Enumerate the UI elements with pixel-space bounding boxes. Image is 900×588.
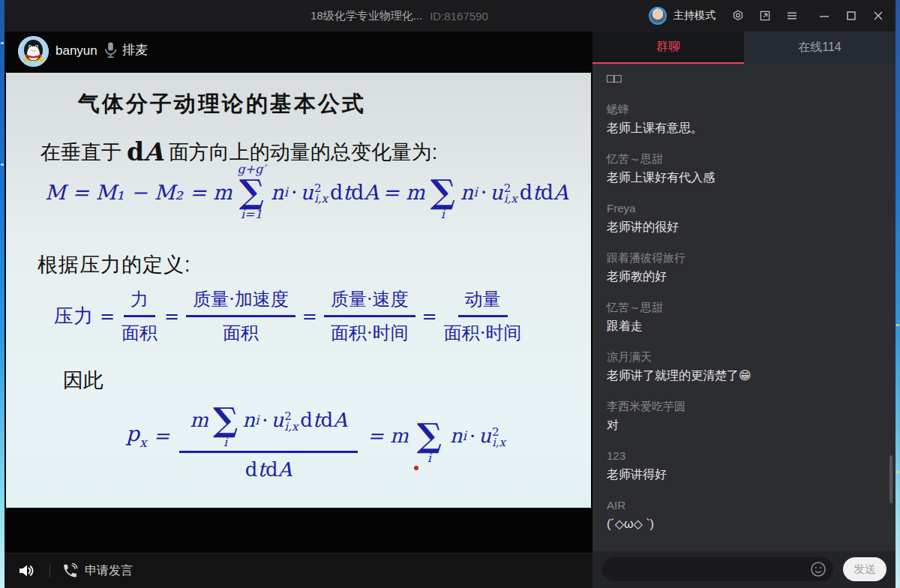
fraction: 质量·加速度面积 — [186, 287, 296, 345]
popout-icon — [758, 9, 772, 22]
chat-scrollbar-thumb[interactable] — [890, 455, 892, 503]
message-username: cic — [607, 64, 890, 68]
speaker-icon — [17, 561, 37, 580]
slide-title: 气体分子动理论的基本公式 — [78, 89, 366, 119]
app-window: 18级化学专业物理化... ID:8167590 主持模式 — [4, 0, 896, 588]
queue-mic-label: 排麦 — [122, 41, 148, 58]
host-avatar-small[interactable] — [649, 7, 667, 25]
message-text: 老师上课好有代入感 — [607, 169, 890, 187]
course-title: 18级化学专业物理化... — [310, 9, 422, 23]
chat-message: AIR(´◇ω◇ `) — [607, 498, 890, 533]
settings-button[interactable] — [730, 8, 746, 23]
message-text: 老师讲的很好 — [607, 218, 890, 236]
slide-sentence-2: 根据压力的定义: — [38, 251, 191, 278]
math-term: ni · u 2i,x dtdA — [460, 181, 568, 204]
message-username: 忆苦～思甜 — [607, 300, 890, 315]
penguin-avatar-image — [18, 36, 49, 67]
sigma-symbol: ∑ — [430, 176, 455, 208]
denominator: dtdA — [245, 453, 292, 481]
desktop-icon-fragment — [896, 471, 899, 473]
sigma-symbol: ∑ — [213, 404, 238, 436]
math-term: ni · u 2i,x — [450, 424, 508, 447]
chat-message: 忆苦～思甜跟着走 — [607, 300, 890, 335]
close-icon — [873, 10, 884, 21]
message-username: 蟋蟀 — [607, 102, 890, 117]
send-button[interactable]: 发送 — [843, 557, 886, 581]
request-speak-button[interactable]: 申请发言 — [62, 562, 133, 579]
message-username: 李西米爱吃芋圆 — [607, 399, 890, 414]
chat-message-list[interactable]: cic□□ 蟋蟀老师上课有意思。 忆苦～思甜老师上课好有代入感 Freya老师讲… — [592, 64, 890, 551]
message-username: Freya — [607, 201, 890, 216]
hamburger-icon — [785, 9, 799, 22]
screen: 18级化学专业物理化... ID:8167590 主持模式 — [0, 0, 900, 588]
message-username: 123 — [607, 448, 890, 464]
microphone-icon — [105, 42, 116, 58]
summation: g+g′ ∑ i=1 — [238, 163, 266, 221]
message-text: 老师教的好 — [607, 268, 890, 286]
fraction: 质量·速度面积·时间 — [324, 287, 416, 345]
message-text: (´◇ω◇ `) — [607, 515, 890, 533]
chat-message: cic□□ — [607, 64, 890, 88]
math-term: ni · u 2i,x dtdA — [271, 181, 379, 204]
queue-mic-button[interactable]: 排麦 — [105, 41, 148, 58]
titlebar-actions: 主持模式 — [649, 0, 886, 32]
message-username: 忆苦～思甜 — [607, 152, 890, 166]
tab-group-chat[interactable]: 群聊 — [592, 32, 744, 64]
chat-message: 忆苦～思甜老师上课好有代入感 — [607, 152, 890, 187]
title-bar: 18级化学专业物理化... ID:8167590 主持模式 — [4, 0, 896, 32]
divider — [50, 564, 50, 578]
maximize-button[interactable] — [843, 8, 860, 24]
request-speak-label: 申请发言 — [85, 563, 133, 579]
sigma-symbol: ∑ — [239, 176, 264, 208]
message-text: 老师讲得好 — [607, 466, 890, 484]
message-username: 凉月满天 — [607, 350, 890, 364]
desktop-icon-fragment — [1, 42, 4, 44]
chat-input-bar: 发送 — [592, 551, 896, 588]
desktop-edge-right — [896, 0, 900, 588]
desktop-icon-fragment — [896, 324, 899, 326]
host-mode-button[interactable]: 主持模式 — [674, 9, 716, 22]
host-avatar — [18, 36, 49, 67]
slide-sentence-3: 因此 — [63, 367, 104, 394]
lecture-slide: 气体分子动理论的基本公式 在垂直于 dA 面方向上的动量的总变化量为: M = … — [6, 73, 591, 508]
chat-message: 跟着潘彼得旅行老师教的好 — [607, 250, 890, 286]
room-id: ID:8167590 — [430, 10, 488, 22]
menu-button[interactable] — [784, 8, 800, 23]
message-text: 老师上课有意思。 — [607, 119, 890, 137]
smiley-icon — [810, 561, 826, 578]
emoji-button[interactable] — [810, 561, 826, 578]
phone-icon — [62, 562, 78, 579]
minimize-button[interactable] — [816, 8, 832, 24]
host-name: banyun — [56, 44, 98, 58]
video-stage: banyun 排麦 气体分子动理论的基本公式 在垂直于 dA 面方向上的动量的总… — [4, 32, 592, 588]
summation: ∑ i — [430, 163, 455, 221]
message-text: 跟着走 — [607, 317, 890, 335]
chat-message: 蟋蟀老师上课有意思。 — [607, 102, 890, 137]
chat-panel: 群聊 在线114 cic□□ 蟋蟀老师上课有意思。 忆苦～思甜老师上课好有代入感… — [592, 32, 896, 588]
laser-pointer-dot — [414, 466, 418, 470]
summation: ∑i — [417, 406, 442, 465]
message-username: 跟着潘彼得旅行 — [607, 250, 890, 266]
p-x: px — [126, 422, 147, 450]
message-username: AIR — [607, 498, 890, 513]
desktop-icon-fragment — [1, 164, 4, 166]
chat-tabs: 群聊 在线114 — [592, 32, 896, 64]
message-text: 老师讲了就理的更清楚了😁 — [607, 367, 890, 385]
popout-button[interactable] — [758, 8, 772, 23]
chat-message: 李西米爱吃芋圆对 — [607, 399, 890, 434]
tab-online-members[interactable]: 在线114 — [744, 32, 896, 64]
chat-message: Freya老师讲的很好 — [607, 201, 890, 236]
fraction: 力面积 — [122, 287, 158, 345]
chat-message: 凉月满天老师讲了就理的更清楚了😁 — [607, 350, 890, 385]
chat-message: 123老师讲得好 — [607, 448, 890, 484]
formula-momentum: M = M₁ − M₂ = m g+g′ ∑ i=1 ni · u 2i,x d… — [45, 163, 568, 221]
volume-button[interactable] — [17, 560, 38, 581]
big-fraction: m ∑i ni · u 2i,x dtdA dtdA — [179, 391, 358, 481]
message-text: □□ — [607, 70, 890, 88]
sigma-symbol: ∑ — [417, 420, 442, 452]
message-text: 对 — [607, 416, 890, 434]
stream-header: banyun 排麦 — [4, 32, 592, 73]
chat-message-input[interactable] — [602, 557, 833, 581]
formula-pressure-definition: 压力 = 力面积 = 质量·加速度面积 = 质量·速度面积·时间 = 动量面积·… — [54, 287, 521, 345]
close-button[interactable] — [870, 8, 886, 24]
